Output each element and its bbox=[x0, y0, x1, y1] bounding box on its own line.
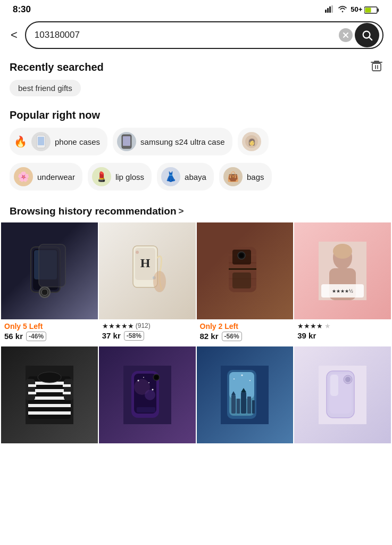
svg-rect-43 bbox=[232, 272, 251, 288]
svg-text:H: H bbox=[140, 256, 150, 270]
product-card[interactable]: Only 5 Left 56 kr -46% bbox=[1, 222, 98, 345]
stars-row: ★★★★ ★ bbox=[297, 322, 388, 330]
discount-badge: -46% bbox=[26, 332, 46, 341]
popular-title: Popular right now bbox=[0, 107, 392, 128]
discount-badge: -58% bbox=[124, 331, 144, 341]
svg-rect-61 bbox=[64, 379, 73, 400]
stars: ★★★★ bbox=[297, 322, 323, 330]
product-image bbox=[294, 346, 391, 443]
product-card[interactable]: Only 2 Left 82 kr -56% bbox=[197, 222, 294, 345]
svg-rect-63 bbox=[63, 392, 71, 394]
svg-point-96 bbox=[345, 377, 351, 382]
popular-item-lip-gloss[interactable]: 💄 lip gloss bbox=[88, 163, 152, 191]
recent-chips-container: best friend gifts bbox=[0, 80, 392, 105]
clear-history-button[interactable] bbox=[371, 60, 382, 75]
price-row: 37 kr -58% bbox=[102, 331, 193, 341]
price: 39 kr bbox=[297, 331, 316, 340]
status-bar: 8:30 50+ bbox=[0, 0, 392, 17]
product-card[interactable]: H ★★★★★ (912) 37 kr -58% bbox=[99, 222, 196, 345]
popular-row-1: 🔥 phone cases samsung s24 ultra case bbox=[0, 128, 392, 161]
product-info bbox=[99, 443, 196, 460]
search-input[interactable] bbox=[35, 30, 339, 40]
svg-rect-26 bbox=[39, 244, 65, 287]
svg-point-71 bbox=[148, 382, 149, 383]
product-info bbox=[1, 443, 98, 460]
svg-rect-81 bbox=[231, 395, 236, 414]
svg-rect-56 bbox=[28, 411, 71, 415]
svg-rect-94 bbox=[330, 375, 338, 396]
svg-point-32 bbox=[153, 271, 166, 292]
popular-item-phone-cases[interactable]: 🔥 phone cases bbox=[10, 128, 107, 155]
svg-rect-87 bbox=[252, 400, 255, 414]
product-image: H bbox=[99, 222, 196, 319]
product-image: ★★★★½ bbox=[294, 222, 391, 319]
clear-button[interactable] bbox=[339, 28, 353, 42]
svg-rect-58 bbox=[26, 379, 35, 400]
lip-gloss-thumb: 💄 bbox=[92, 167, 111, 186]
stock-badge: Only 5 Left bbox=[4, 322, 95, 331]
svg-rect-62 bbox=[63, 384, 71, 387]
svg-point-57 bbox=[38, 372, 61, 383]
status-icons: 50+ bbox=[325, 5, 379, 14]
browsing-history-header[interactable]: Browsing history recommendation > bbox=[0, 202, 392, 222]
product-info: Only 2 Left 82 kr -56% bbox=[197, 319, 294, 345]
svg-text:★★★★½: ★★★★½ bbox=[332, 288, 353, 294]
stars: ★★★★★ bbox=[102, 322, 134, 330]
signal-icon bbox=[325, 5, 335, 14]
svg-point-25 bbox=[41, 289, 48, 295]
svg-point-47 bbox=[333, 244, 352, 259]
time: 8:30 bbox=[13, 4, 31, 15]
discount-badge: -56% bbox=[222, 332, 242, 341]
svg-rect-11 bbox=[372, 63, 381, 71]
popular-row-2: 🌸 underwear 💄 lip gloss 👗 abaya 👜 bags bbox=[0, 161, 392, 198]
product-card[interactable] bbox=[1, 346, 98, 460]
svg-rect-5 bbox=[378, 9, 379, 12]
product-image bbox=[197, 346, 294, 443]
product-info bbox=[294, 443, 391, 460]
product-card[interactable]: ★★★★½ ★★★★ ★ 39 kr bbox=[294, 222, 391, 345]
svg-rect-39 bbox=[229, 268, 256, 270]
samsung-case-thumb bbox=[117, 132, 136, 151]
search-button[interactable] bbox=[355, 23, 379, 47]
svg-rect-2 bbox=[329, 6, 331, 13]
price: 82 kr bbox=[200, 332, 219, 341]
product-grid: Only 5 Left 56 kr -46% H bbox=[0, 222, 392, 460]
popular-item-bags[interactable]: 👜 bags bbox=[219, 163, 272, 191]
abaya-thumb: 👗 bbox=[161, 167, 180, 186]
recent-chip[interactable]: best friend gifts bbox=[10, 80, 81, 96]
price: 37 kr bbox=[102, 331, 121, 340]
popular-item-abaya[interactable]: 👗 abaya bbox=[157, 163, 214, 191]
svg-line-10 bbox=[369, 37, 372, 40]
review-count: (912) bbox=[136, 322, 151, 329]
popular-label-underwear: underwear bbox=[37, 172, 75, 181]
svg-point-42 bbox=[239, 253, 244, 258]
stars-row: ★★★★★ (912) bbox=[102, 322, 193, 330]
product-card[interactable] bbox=[99, 346, 196, 460]
product-card[interactable] bbox=[294, 346, 391, 460]
svg-rect-59 bbox=[28, 384, 36, 387]
product-info: ★★★★ ★ 39 kr bbox=[294, 319, 391, 344]
product-image bbox=[1, 222, 98, 319]
recently-searched-title: Recently searched bbox=[10, 61, 104, 73]
popular-label-lip-gloss: lip gloss bbox=[115, 172, 144, 181]
svg-point-73 bbox=[152, 389, 153, 390]
browsing-history-title: Browsing history recommendation bbox=[10, 205, 177, 217]
partial-thumb: 👩 bbox=[242, 132, 261, 151]
svg-point-30 bbox=[136, 251, 139, 254]
svg-rect-74 bbox=[137, 407, 155, 412]
wifi-icon bbox=[338, 5, 347, 14]
svg-rect-1 bbox=[327, 8, 329, 13]
popular-item-underwear[interactable]: 🌸 underwear bbox=[10, 163, 82, 191]
popular-item-samsung-case[interactable]: samsung s24 ultra case bbox=[113, 128, 232, 155]
svg-rect-84 bbox=[241, 392, 246, 414]
popular-label-abaya: abaya bbox=[185, 172, 206, 181]
svg-rect-60 bbox=[28, 392, 36, 394]
popular-item-partial[interactable]: 👩 bbox=[238, 128, 269, 155]
chevron-icon: > bbox=[179, 206, 184, 217]
product-card[interactable] bbox=[197, 346, 294, 460]
product-info: ★★★★★ (912) 37 kr -58% bbox=[99, 319, 196, 345]
popular-label-phone-cases: phone cases bbox=[55, 137, 100, 146]
product-image bbox=[197, 222, 294, 319]
fire-icon: 🔥 bbox=[14, 135, 27, 148]
back-button[interactable]: < bbox=[9, 26, 20, 44]
